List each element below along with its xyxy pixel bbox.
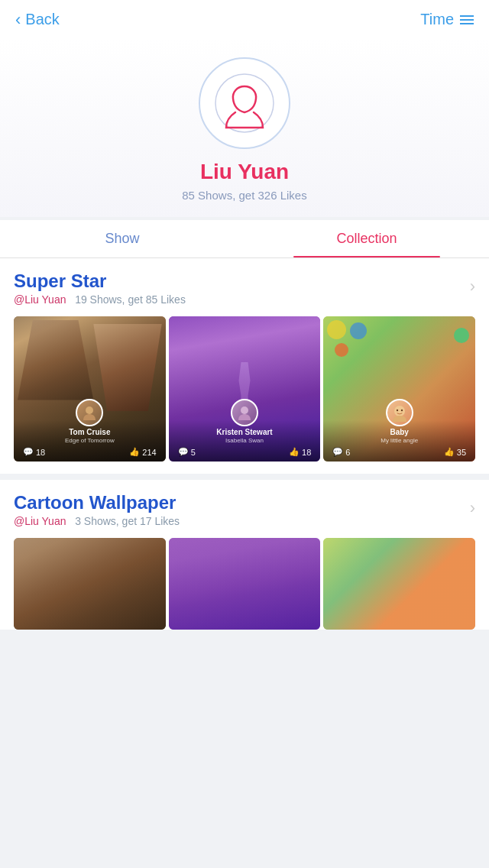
collection-info-cartoon: Cartoon Wallpaper @Liu Yuan 3 Shows, get… bbox=[14, 492, 180, 527]
like-count: 18 bbox=[302, 448, 311, 457]
card-stats-baby: 💬 6 👍 35 bbox=[328, 444, 471, 457]
chevron-right-icon[interactable]: › bbox=[470, 277, 475, 296]
like-icon: 👍 bbox=[289, 447, 300, 457]
card-avatar-tom-cruise bbox=[76, 399, 103, 426]
avatar bbox=[199, 57, 290, 149]
collection-shows-info-cartoon bbox=[69, 515, 72, 527]
comment-stat: 💬 6 bbox=[332, 447, 350, 457]
chat-icon: 💬 bbox=[178, 447, 189, 457]
card-overlay-tom-cruise: Tom Cruise Edge of Tomorrow 💬 18 👍 214 bbox=[14, 393, 166, 462]
collection-title-cartoon[interactable]: Cartoon Wallpaper bbox=[14, 492, 180, 513]
back-button[interactable]: ‹ Back bbox=[15, 11, 60, 28]
like-count: 214 bbox=[142, 448, 156, 457]
card-subtitle-kristen-stewart: Isabella Swan bbox=[173, 437, 316, 444]
chat-icon: 💬 bbox=[23, 447, 34, 457]
avatar-silhouette-icon bbox=[214, 73, 275, 134]
svg-point-5 bbox=[400, 410, 402, 411]
collection-handle-cartoon: @Liu Yuan bbox=[14, 515, 66, 527]
collection-shows-count: 19 Shows, get 85 Likes bbox=[75, 293, 186, 306]
comment-count: 6 bbox=[345, 448, 350, 457]
card-overlay-kristen-stewart: Kristen Stewart Isabella Swan 💬 5 👍 18 bbox=[169, 393, 321, 462]
card-name-kristen-stewart: Kristen Stewart bbox=[173, 428, 316, 437]
tab-collection-label: Collection bbox=[336, 231, 397, 246]
like-icon: 👍 bbox=[444, 447, 455, 457]
chat-icon: 💬 bbox=[332, 447, 343, 457]
like-count: 35 bbox=[457, 448, 466, 457]
card-name-tom-cruise: Tom Cruise bbox=[18, 428, 161, 437]
bottom-item-2[interactable] bbox=[169, 538, 321, 630]
like-icon: 👍 bbox=[129, 447, 140, 457]
chevron-right-icon-cartoon[interactable]: › bbox=[470, 498, 475, 518]
card-subtitle-baby: My little angle bbox=[328, 437, 471, 444]
like-stat: 👍 214 bbox=[129, 447, 156, 457]
card-avatar-kristen-stewart bbox=[231, 399, 258, 426]
svg-point-4 bbox=[396, 410, 397, 411]
comment-count: 5 bbox=[191, 448, 196, 457]
collection-info: Super Star @Liu Yuan 19 Shows, get 85 Li… bbox=[14, 270, 186, 306]
menu-icon bbox=[460, 15, 474, 24]
grid-item-baby[interactable]: Baby My little angle 💬 6 👍 35 bbox=[323, 316, 475, 462]
collection-group-super-star: Super Star @Liu Yuan 19 Shows, get 85 Li… bbox=[0, 258, 489, 474]
tab-show[interactable]: Show bbox=[0, 220, 244, 257]
time-button[interactable]: Time bbox=[420, 11, 474, 28]
svg-point-0 bbox=[215, 74, 274, 132]
tab-collection[interactable]: Collection bbox=[244, 220, 489, 257]
back-label: Back bbox=[25, 11, 59, 28]
collection-meta: @Liu Yuan 19 Shows, get 85 Likes bbox=[14, 293, 186, 306]
card-stats-tom-cruise: 💬 18 👍 214 bbox=[18, 444, 161, 457]
card-stats-kristen-stewart: 💬 5 👍 18 bbox=[173, 444, 316, 457]
time-label: Time bbox=[420, 11, 454, 28]
card-name-baby: Baby bbox=[328, 428, 471, 437]
collection-handle: @Liu Yuan bbox=[14, 293, 66, 306]
profile-section: Liu Yuan 85 Shows, get 326 Likes bbox=[0, 39, 489, 217]
grid-item-kristen-stewart[interactable]: Kristen Stewart Isabella Swan 💬 5 👍 18 bbox=[169, 316, 321, 462]
svg-point-2 bbox=[241, 406, 248, 414]
collection-header-super-star: Super Star @Liu Yuan 19 Shows, get 85 Li… bbox=[0, 258, 489, 309]
comment-stat: 💬 18 bbox=[23, 447, 45, 457]
svg-point-1 bbox=[86, 406, 93, 414]
bottom-item-1[interactable] bbox=[14, 538, 166, 630]
card-overlay-baby: Baby My little angle 💬 6 👍 35 bbox=[323, 393, 475, 462]
collection-meta-cartoon: @Liu Yuan 3 Shows, get 17 Likes bbox=[14, 515, 180, 527]
content-area: Super Star @Liu Yuan 19 Shows, get 85 Li… bbox=[0, 258, 489, 630]
tab-show-label: Show bbox=[105, 231, 139, 246]
card-subtitle-tom-cruise: Edge of Tomorrow bbox=[18, 437, 161, 444]
grid-item-tom-cruise[interactable]: Tom Cruise Edge of Tomorrow 💬 18 👍 214 bbox=[14, 316, 166, 462]
app-header: ‹ Back Time bbox=[0, 0, 489, 39]
collection-shows-count-cartoon: 3 Shows, get 17 Likes bbox=[75, 515, 180, 527]
collection-group-cartoon-wallpaper: Cartoon Wallpaper @Liu Yuan 3 Shows, get… bbox=[0, 480, 489, 630]
bottom-item-3[interactable] bbox=[323, 538, 475, 630]
image-grid-super-star: Tom Cruise Edge of Tomorrow 💬 18 👍 214 bbox=[0, 309, 489, 474]
like-stat: 👍 18 bbox=[289, 447, 311, 457]
like-stat: 👍 35 bbox=[444, 447, 466, 457]
profile-stats: 85 Shows, get 326 Likes bbox=[182, 189, 306, 202]
back-chevron-icon: ‹ bbox=[15, 11, 21, 28]
collection-shows-info bbox=[69, 293, 72, 306]
collection-title[interactable]: Super Star bbox=[14, 270, 186, 292]
card-avatar-baby bbox=[386, 399, 413, 426]
comment-stat: 💬 5 bbox=[178, 447, 196, 457]
tab-bar: Show Collection bbox=[0, 220, 489, 258]
collection-header-cartoon-wallpaper: Cartoon Wallpaper @Liu Yuan 3 Shows, get… bbox=[0, 480, 489, 530]
svg-point-3 bbox=[394, 406, 405, 416]
profile-name: Liu Yuan bbox=[200, 160, 289, 184]
bottom-grid-cartoon bbox=[0, 530, 489, 630]
comment-count: 18 bbox=[36, 448, 45, 457]
